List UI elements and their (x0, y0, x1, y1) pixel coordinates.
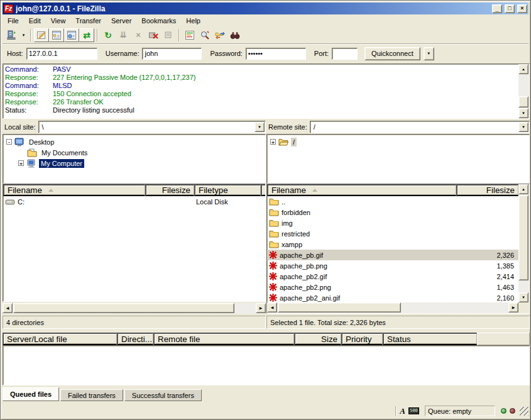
minimize-button[interactable]: _ (492, 4, 502, 13)
password-input[interactable] (246, 48, 306, 60)
menu-server[interactable]: Server (106, 16, 136, 26)
remote-file-row[interactable]: apache_pb2_ani.gif 2,160 (267, 292, 518, 303)
tree-item-desktop[interactable]: - Desktop (3, 136, 265, 147)
find-files-icon[interactable] (227, 28, 243, 42)
drive-icon (5, 198, 15, 206)
scroll-thumb[interactable] (13, 303, 234, 313)
remote-file-row[interactable]: forbidden (267, 207, 518, 218)
title-bar[interactable]: Fz john@127.0.0.1 - FileZilla _ □ × (3, 3, 528, 14)
remote-file-row-selected[interactable]: apache_pb.gif 2,326 (267, 250, 518, 260)
transfer-type-ascii-icon[interactable]: A (400, 407, 405, 415)
chevron-down-icon[interactable]: ▼ (518, 122, 528, 132)
column-header-filesize[interactable]: Filesize (456, 184, 518, 196)
column-header-filetype[interactable]: Filetype (194, 184, 261, 196)
remote-site-combobox[interactable]: / ▼ (310, 121, 530, 133)
column-header-last-modified[interactable]: L (261, 184, 266, 196)
site-manager-icon[interactable] (4, 28, 19, 42)
tab-failed-transfers[interactable]: Failed transfers (60, 389, 123, 401)
column-header-filename[interactable]: Filename (3, 184, 145, 196)
column-header-remote-file[interactable]: Remote file (153, 333, 294, 345)
toggle-remote-tree-icon[interactable] (64, 28, 79, 42)
remote-status-bar: Selected 1 file. Total size: 2,326 bytes (266, 316, 530, 329)
remote-file-row[interactable]: restricted (267, 228, 518, 239)
local-directory-tree[interactable]: - Desktop My Documents + My Computer (3, 134, 266, 184)
scroll-right-icon[interactable]: ▶ (508, 302, 518, 312)
transfer-queue-list[interactable] (3, 345, 530, 385)
column-header-filesize[interactable]: Filesize (145, 184, 194, 196)
remote-directory-tree[interactable]: + / (266, 134, 530, 184)
menu-edit[interactable]: Edit (24, 16, 46, 26)
column-header-status[interactable]: Status (383, 333, 477, 345)
local-horizontal-scrollbar[interactable]: ◀ ▶ (3, 303, 266, 314)
port-input[interactable] (332, 48, 358, 60)
quickconnect-button[interactable]: Quickconnect (364, 47, 420, 60)
local-file-row[interactable]: C: Local Disk (3, 196, 265, 207)
scroll-down-icon[interactable]: ▼ (518, 108, 528, 118)
expand-icon[interactable]: + (270, 139, 276, 145)
menu-bar: File Edit View Transfer Server Bookmarks… (3, 14, 528, 26)
disconnect-icon[interactable] (146, 28, 161, 42)
column-header-priority[interactable]: Priority (341, 333, 383, 345)
tab-queued-files[interactable]: Queued files (3, 387, 59, 401)
local-site-value: \ (42, 123, 44, 131)
scroll-right-icon[interactable]: ▶ (256, 303, 266, 313)
scroll-thumb[interactable] (518, 96, 528, 108)
tree-item-my-computer[interactable]: + My Computer (3, 158, 265, 169)
scroll-up-icon[interactable]: ▲ (518, 184, 528, 194)
remote-horizontal-scrollbar[interactable]: ◀ ▶ (267, 302, 518, 313)
tree-item-my-documents[interactable]: My Documents (3, 147, 265, 158)
remote-file-list[interactable]: Filename Filesize .. forbidden img restr… (266, 184, 530, 314)
expand-icon[interactable]: + (18, 160, 24, 166)
site-manager-dropdown-icon[interactable]: ▼ (19, 28, 28, 42)
tab-successful-transfers[interactable]: Successful transfers (124, 389, 202, 401)
synchronized-browsing-icon[interactable] (212, 28, 227, 42)
toggle-local-tree-icon[interactable] (49, 28, 64, 42)
log-scrollbar[interactable]: ▲ ▼ (518, 64, 529, 118)
local-file-list[interactable]: Filename Filesize Filetype L C: Local Di… (3, 184, 266, 302)
directory-filters-icon[interactable] (182, 28, 197, 42)
local-pane: Local site: \ ▼ - Desktop My Documents +… (3, 120, 266, 330)
column-header-size[interactable]: Size (294, 333, 341, 345)
collapse-icon[interactable]: - (6, 139, 12, 145)
remote-file-row[interactable]: apache_pb2.png 1,463 (267, 282, 518, 292)
remote-file-row[interactable]: .. (267, 196, 518, 207)
menu-view[interactable]: View (46, 16, 71, 26)
scroll-thumb[interactable] (518, 195, 528, 280)
apache-file-icon (269, 294, 277, 302)
scroll-left-icon[interactable]: ◀ (3, 303, 13, 313)
menu-file[interactable]: File (3, 16, 24, 26)
quickconnect-dropdown-icon[interactable]: ▼ (424, 47, 434, 60)
menu-help[interactable]: Help (181, 16, 205, 26)
tree-item-root[interactable]: + / (267, 136, 529, 147)
remote-file-row[interactable]: xampp (267, 239, 518, 250)
speed-limit-icon[interactable]: 500 (408, 407, 419, 414)
remote-file-row[interactable]: img (267, 218, 518, 228)
toggle-message-log-icon[interactable] (34, 28, 49, 42)
menu-transfer[interactable]: Transfer (70, 16, 106, 26)
menu-bookmarks[interactable]: Bookmarks (136, 16, 181, 26)
remote-vertical-scrollbar[interactable]: ▲ ▼ (518, 184, 529, 302)
scroll-thumb[interactable] (278, 302, 401, 312)
host-input[interactable] (26, 48, 97, 60)
column-header-direction[interactable]: Directi... (117, 333, 153, 345)
column-header-filename[interactable]: Filename (267, 184, 456, 196)
message-log[interactable]: Command:PASV Response:227 Entering Passi… (3, 64, 530, 119)
refresh-icon[interactable]: ↻ (101, 28, 116, 42)
remote-file-row[interactable]: apache_pb.png 1,385 (267, 260, 518, 271)
close-button[interactable]: × (517, 4, 527, 13)
username-input[interactable] (142, 48, 202, 60)
local-site-combobox[interactable]: \ ▼ (38, 121, 266, 133)
scroll-up-icon[interactable]: ▲ (518, 64, 528, 74)
directory-comparison-icon[interactable] (197, 28, 212, 42)
resize-grip[interactable] (520, 407, 528, 416)
log-line: Response:226 Transfer OK (5, 98, 529, 106)
app-icon: Fz (4, 4, 13, 13)
scroll-left-icon[interactable]: ◀ (267, 302, 277, 312)
scroll-down-icon[interactable]: ▼ (518, 292, 528, 302)
toggle-transfer-queue-icon[interactable]: ⇄ (79, 28, 94, 42)
maximize-button[interactable]: □ (505, 4, 515, 13)
column-header-server-local-file[interactable]: Server/Local file (3, 333, 117, 345)
chevron-down-icon[interactable]: ▼ (255, 122, 265, 132)
activity-led-red (510, 408, 515, 414)
remote-file-row[interactable]: apache_pb2.gif 2,414 (267, 271, 518, 282)
